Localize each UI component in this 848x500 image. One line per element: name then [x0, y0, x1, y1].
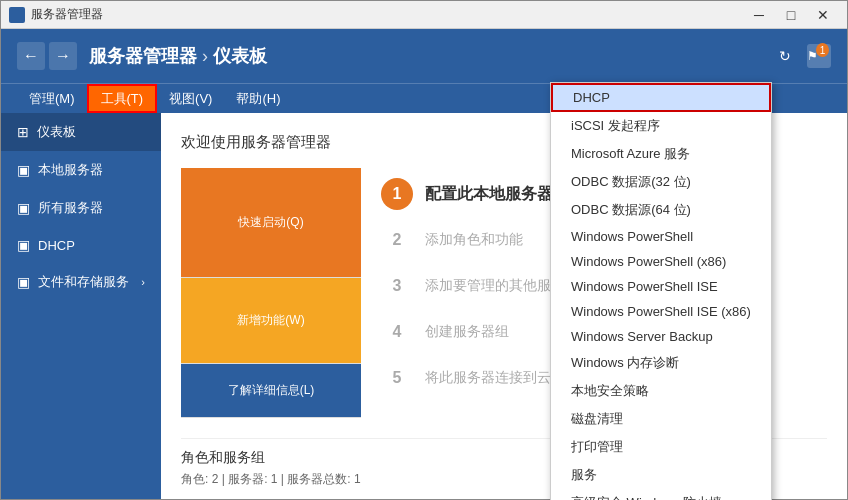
sidebar: ⊞ 仪表板 ▣ 本地服务器 ▣ 所有服务器 ▣ DHCP ▣ 文件和存储服务 › [1, 113, 161, 499]
dropdown-item-local-security[interactable]: 本地安全策略 [551, 377, 771, 405]
toolbar-right: ↻ ⚑ 1 [779, 44, 831, 68]
help-label: 帮助(H) [236, 90, 280, 108]
tools-dropdown-menu: DHCP iSCSI 发起程序 Microsoft Azure 服务 ODBC … [550, 82, 772, 500]
manage-label: 管理(M) [29, 90, 75, 108]
title-bar: 服务器管理器 ─ □ ✕ [1, 1, 847, 29]
quick-start-label: 快速启动(Q) [238, 214, 303, 231]
dropdown-item-powershell-ise-x86[interactable]: Windows PowerShell ISE (x86) [551, 299, 771, 324]
tools-menu[interactable]: 工具(T) [87, 84, 158, 113]
step-1-label: 配置此本地服务器 [425, 184, 553, 205]
view-menu[interactable]: 视图(V) [157, 84, 224, 113]
step-3-num: 3 [381, 270, 413, 302]
dropdown-item-print-mgmt[interactable]: 打印管理 [551, 433, 771, 461]
step-2-label: 添加角色和功能 [425, 231, 523, 249]
sidebar-item-file-services-label: 文件和存储服务 [38, 273, 129, 291]
dashboard-icon: ⊞ [17, 124, 29, 140]
new-features-section[interactable]: 新增功能(W) [181, 278, 361, 364]
sidebar-item-dhcp[interactable]: ▣ DHCP [1, 227, 161, 263]
backup-menu-label: Windows Server Backup [571, 329, 713, 344]
breadcrumb-separator: › [202, 46, 208, 66]
sidebar-item-dhcp-label: DHCP [38, 238, 75, 253]
step-2-num: 2 [381, 224, 413, 256]
powershell-menu-label: Windows PowerShell [571, 229, 693, 244]
toolbar: ← → 服务器管理器 › 仪表板 ↻ ⚑ 1 [1, 29, 847, 83]
breadcrumb-title: 服务器管理器 › 仪表板 [89, 44, 767, 68]
odbc32-menu-label: ODBC 数据源(32 位) [571, 174, 691, 189]
dropdown-item-powershell[interactable]: Windows PowerShell [551, 224, 771, 249]
dropdown-item-memory-diag[interactable]: Windows 内存诊断 [551, 349, 771, 377]
dropdown-item-iscsi[interactable]: iSCSI 发起程序 [551, 112, 771, 140]
memory-diag-menu-label: Windows 内存诊断 [571, 355, 679, 370]
dropdown-item-odbc64[interactable]: ODBC 数据源(64 位) [551, 196, 771, 224]
step-4-label: 创建服务器组 [425, 323, 509, 341]
help-menu[interactable]: 帮助(H) [224, 84, 292, 113]
app-icon [9, 7, 25, 23]
powershell-ise-x86-menu-label: Windows PowerShell ISE (x86) [571, 304, 751, 319]
nav-buttons: ← → [17, 42, 77, 70]
local-server-icon: ▣ [17, 162, 30, 178]
window-title: 服务器管理器 [31, 6, 743, 23]
step-5-num: 5 [381, 362, 413, 394]
more-info-section[interactable]: 了解详细信息(L) [181, 364, 361, 418]
sidebar-item-local-server[interactable]: ▣ 本地服务器 [1, 151, 161, 189]
view-label: 视图(V) [169, 90, 212, 108]
disk-cleanup-menu-label: 磁盘清理 [571, 411, 623, 426]
iscsi-menu-label: iSCSI 发起程序 [571, 118, 660, 133]
file-services-arrow: › [141, 276, 145, 288]
print-mgmt-menu-label: 打印管理 [571, 439, 623, 454]
main-window: 服务器管理器 ─ □ ✕ ← → 服务器管理器 › 仪表板 ↻ ⚑ 1 管理(M… [0, 0, 848, 500]
odbc64-menu-label: ODBC 数据源(64 位) [571, 202, 691, 217]
dropdown-item-firewall[interactable]: 高级安全 Windows 防火墙 [551, 489, 771, 500]
step-4-num: 4 [381, 316, 413, 348]
manage-menu[interactable]: 管理(M) [17, 84, 87, 113]
dropdown-item-services[interactable]: 服务 [551, 461, 771, 489]
dropdown-item-powershell-ise[interactable]: Windows PowerShell ISE [551, 274, 771, 299]
back-button[interactable]: ← [17, 42, 45, 70]
dropdown-item-powershell-x86[interactable]: Windows PowerShell (x86) [551, 249, 771, 274]
sidebar-item-dashboard[interactable]: ⊞ 仪表板 [1, 113, 161, 151]
dropdown-item-azure[interactable]: Microsoft Azure 服务 [551, 140, 771, 168]
firewall-menu-label: 高级安全 Windows 防火墙 [571, 495, 722, 500]
refresh-icon: ↻ [779, 48, 791, 64]
sidebar-item-all-servers-label: 所有服务器 [38, 199, 103, 217]
close-button[interactable]: ✕ [807, 1, 839, 29]
more-info-label: 了解详细信息(L) [228, 382, 315, 399]
minimize-button[interactable]: ─ [743, 1, 775, 29]
quick-panel: 快速启动(Q) 新增功能(W) 了解详细信息(L) [181, 168, 361, 418]
services-menu-label: 服务 [571, 467, 597, 482]
maximize-button[interactable]: □ [775, 1, 807, 29]
dropdown-item-backup[interactable]: Windows Server Backup [551, 324, 771, 349]
sidebar-item-local-server-label: 本地服务器 [38, 161, 103, 179]
azure-menu-label: Microsoft Azure 服务 [571, 146, 690, 161]
powershell-ise-menu-label: Windows PowerShell ISE [571, 279, 718, 294]
step-1-num: 1 [381, 178, 413, 210]
dropdown-item-disk-cleanup[interactable]: 磁盘清理 [551, 405, 771, 433]
local-security-menu-label: 本地安全策略 [571, 383, 649, 398]
forward-button[interactable]: → [49, 42, 77, 70]
file-services-icon: ▣ [17, 274, 30, 290]
sidebar-item-all-servers[interactable]: ▣ 所有服务器 [1, 189, 161, 227]
all-servers-icon: ▣ [17, 200, 30, 216]
notification-badge: 1 [816, 43, 829, 57]
dhcp-icon: ▣ [17, 237, 30, 253]
sidebar-item-file-services[interactable]: ▣ 文件和存储服务 › [1, 263, 161, 301]
dhcp-menu-label: DHCP [573, 90, 610, 105]
powershell-x86-menu-label: Windows PowerShell (x86) [571, 254, 726, 269]
new-features-label: 新增功能(W) [237, 312, 304, 329]
notification-flag-container[interactable]: ⚑ 1 [807, 44, 831, 68]
dropdown-item-dhcp[interactable]: DHCP [551, 83, 771, 112]
tools-label: 工具(T) [101, 90, 144, 108]
dropdown-item-odbc32[interactable]: ODBC 数据源(32 位) [551, 168, 771, 196]
sidebar-item-dashboard-label: 仪表板 [37, 123, 76, 141]
window-controls: ─ □ ✕ [743, 1, 839, 29]
quick-start-section[interactable]: 快速启动(Q) [181, 168, 361, 278]
refresh-button[interactable]: ↻ [779, 48, 791, 64]
